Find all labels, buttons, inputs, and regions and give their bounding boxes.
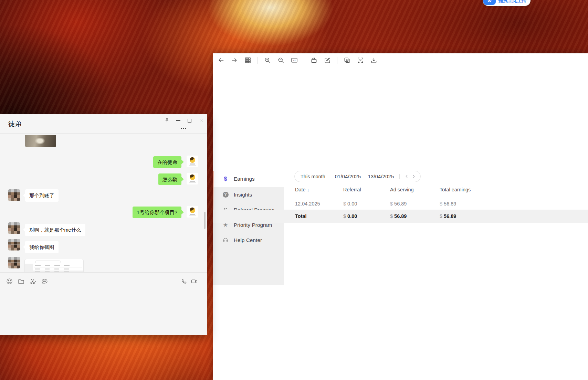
message-bubble-received: 那个到账了 [25, 189, 59, 202]
filter-divider [399, 174, 400, 179]
header-total-earnings: Total earnings [440, 187, 471, 192]
toolbar-separator [304, 57, 304, 64]
total-total-earnings: $56.89 [440, 210, 456, 223]
header-ad-serving: Ad serving [390, 187, 414, 192]
sidebar-item-help-center[interactable]: Help Center [213, 232, 284, 247]
screenshot-scissors-icon[interactable] [28, 277, 37, 286]
chat-message-area: 在的徒弟 怎么勒 那个到账了 1号给你那个项目? 对啊，就是那个me什么 我给你… [0, 134, 207, 272]
gold-bird-logo-icon [190, 157, 195, 163]
minimize-button[interactable] [172, 115, 184, 126]
date-start: 01/04/2025 [335, 174, 361, 179]
sidebar-item-label: Help Center [234, 237, 262, 243]
desktop: ∞ 拖拽至此上传 1:1 [0, 0, 588, 380]
wechat-window: 徒弟 在的徒弟 怎么勒 [0, 114, 207, 335]
viewer-toolbar: 1:1 [213, 53, 588, 67]
copy-icon[interactable] [343, 56, 351, 64]
chat-scrollbar[interactable] [204, 212, 206, 229]
date-separator: – [363, 174, 366, 179]
date-end: 13/04/2025 [368, 174, 394, 179]
gold-bird-logo-icon [190, 208, 195, 213]
headset-icon [222, 237, 229, 243]
wechat-titlebar: 徒弟 [0, 114, 207, 134]
total-label: Total [295, 210, 307, 223]
cell-date: 12.04.2025 [295, 198, 320, 210]
call-toolbar [179, 277, 199, 286]
total-ad-serving: $56.89 [390, 210, 407, 223]
window-controls [161, 115, 207, 126]
upload-badge[interactable]: ∞ 拖拽至此上传 [483, 0, 531, 6]
maximize-button[interactable] [184, 115, 195, 126]
cell-total-earnings: $56.89 [440, 198, 456, 210]
cell-referral: $0.00 [343, 198, 357, 210]
avatar[interactable] [8, 222, 20, 234]
ocr-icon[interactable] [357, 56, 364, 64]
video-call-icon[interactable] [190, 277, 199, 286]
input-toolbar [5, 277, 49, 286]
upload-badge-logo-icon: ∞ [483, 0, 496, 5]
sidebar-item-label: Earnings [234, 176, 255, 182]
message-bubble-sent: 在的徒弟 [153, 156, 181, 168]
avatar[interactable] [8, 257, 20, 268]
sidebar-item-label: Priority Program [234, 222, 272, 228]
sidebar-item-earnings[interactable]: $ Earnings [213, 171, 284, 187]
chevron-right-icon[interactable] [410, 173, 417, 180]
close-button[interactable] [195, 115, 207, 126]
actual-size-icon[interactable]: 1:1 [291, 56, 298, 64]
voice-call-icon[interactable] [179, 277, 188, 286]
toolbar-separator [337, 57, 337, 64]
folder-icon[interactable] [17, 277, 25, 286]
header-date[interactable]: Date↓ [295, 187, 309, 192]
avatar[interactable] [187, 156, 198, 167]
date-range-filter[interactable]: This month 01/04/2025 – 13/04/2025 [294, 171, 421, 182]
total-referral: $0.00 [343, 210, 357, 223]
chevron-left-icon[interactable] [403, 173, 410, 180]
upload-badge-label: 拖拽至此上传 [496, 0, 530, 4]
table-row: 12.04.2025 $0.00 $56.89 $56.89 [213, 198, 588, 210]
rotate-icon[interactable] [310, 56, 318, 64]
header-referral: Referral [343, 187, 361, 192]
save-icon[interactable] [370, 56, 378, 64]
zoom-out-icon[interactable] [277, 56, 285, 64]
date-range-value[interactable]: 01/04/2025 – 13/04/2025 [335, 174, 394, 179]
earnings-screenshot-thumbnail[interactable] [24, 259, 84, 272]
thumbnails-grid-icon[interactable] [244, 56, 252, 64]
toolbar-separator [258, 57, 258, 64]
message-bubble-received: 我给你截图 [25, 241, 59, 253]
message-bubble-sent: 怎么勒 [158, 173, 182, 185]
avatar[interactable] [187, 206, 198, 218]
table-total-row: Total $0.00 $56.89 $56.89 [213, 210, 588, 223]
pin-icon[interactable] [161, 115, 172, 126]
gold-bird-logo-icon [190, 175, 195, 180]
table-divider [291, 197, 588, 197]
message-bubble-sent: 1号给你那个项目? [133, 207, 181, 218]
date-preset-label[interactable]: This month [301, 174, 325, 179]
image-viewer-window: 1:1 $ Earnings ? Insights [213, 53, 588, 380]
chat-input-panel[interactable]: 发送(S) [0, 272, 207, 335]
message-bubble-received: 对啊，就是那个me什么 [25, 224, 85, 236]
emoji-icon[interactable] [5, 277, 14, 286]
svg-text:1:1: 1:1 [293, 59, 296, 62]
edit-icon[interactable] [324, 56, 331, 64]
avatar[interactable] [8, 189, 20, 201]
sort-desc-icon: ↓ [307, 187, 309, 192]
earnings-table-header: Date↓ Referral Ad serving Total earnings [213, 187, 588, 195]
more-menu-button[interactable] [179, 126, 188, 131]
avatar[interactable] [187, 173, 198, 184]
chat-history-icon[interactable] [40, 277, 49, 286]
zoom-in-icon[interactable] [264, 56, 271, 64]
dollar-icon: $ [222, 176, 229, 182]
forward-icon[interactable] [231, 56, 238, 64]
cell-ad-serving: $56.89 [390, 198, 407, 210]
avatar[interactable] [8, 239, 20, 251]
cat-photo-message[interactable] [25, 135, 56, 147]
back-icon[interactable] [217, 56, 225, 64]
chat-title: 徒弟 [8, 119, 21, 128]
